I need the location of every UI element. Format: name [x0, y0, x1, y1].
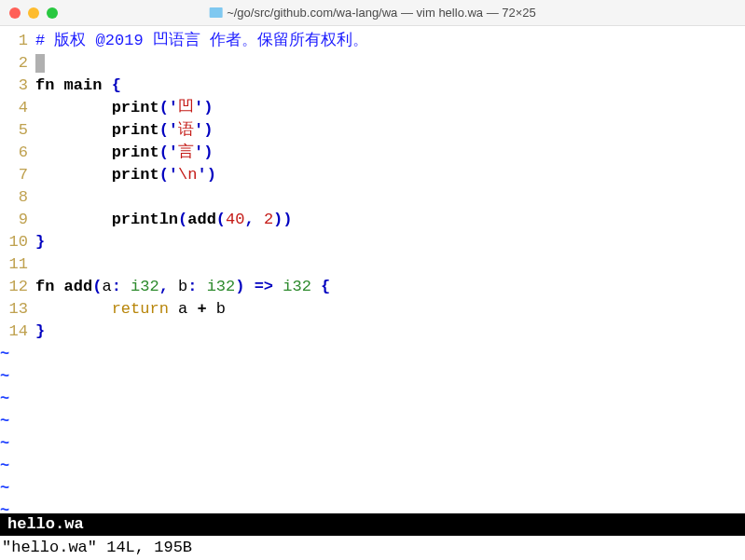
empty-lines: ~ ~ ~ ~ ~ ~ ~ ~	[0, 343, 745, 513]
line-number: 6	[0, 142, 35, 164]
line-number: 11	[0, 253, 35, 276]
minimize-icon[interactable]	[28, 7, 39, 19]
line-number: 9	[0, 209, 35, 231]
command-line[interactable]: "hello.wa" 14L, 195B	[0, 536, 745, 560]
code-line: 3 fn main {	[0, 75, 745, 97]
status-filename: hello.wa	[7, 515, 84, 533]
code-line: 7 print('\n')	[0, 164, 745, 186]
line-number: 5	[0, 119, 35, 142]
line-number: 8	[0, 186, 35, 209]
code-line: 12 fn add(a: i32, b: i32) => i32 {	[0, 276, 745, 298]
comment-text: # 版权 @2019 凹语言 作者。保留所有权利。	[35, 32, 368, 49]
line-number: 13	[0, 298, 35, 321]
line-number: 4	[0, 97, 35, 119]
code-line: 14 }	[0, 321, 745, 343]
line-number: 10	[0, 231, 35, 253]
close-icon[interactable]	[9, 7, 21, 19]
code-line: 6 print('言')	[0, 142, 745, 164]
code-line: 5 print('语')	[0, 119, 745, 142]
code-line: 13 return a + b	[0, 298, 745, 321]
line-number: 7	[0, 164, 35, 186]
cmdline-text: "hello.wa" 14L, 195B	[2, 539, 192, 556]
code-line: 10 }	[0, 231, 745, 253]
window-controls	[9, 7, 58, 19]
line-number: 1	[0, 30, 35, 52]
maximize-icon[interactable]	[47, 7, 58, 19]
code-line: 8	[0, 186, 745, 209]
line-number: 14	[0, 321, 35, 343]
folder-icon	[209, 7, 222, 18]
code-line: 4 print('凹')	[0, 97, 745, 119]
cursor	[35, 54, 45, 73]
code-line: 2	[0, 52, 745, 75]
line-number: 12	[0, 276, 35, 298]
status-bar: hello.wa	[0, 513, 745, 536]
line-number: 3	[0, 75, 35, 97]
editor-area[interactable]: 1 # 版权 @2019 凹语言 作者。保留所有权利。 2 3 fn main …	[0, 26, 745, 513]
window-title: ~/go/src/github.com/wa-lang/wa — vim hel…	[209, 6, 536, 20]
window-titlebar: ~/go/src/github.com/wa-lang/wa — vim hel…	[0, 0, 745, 26]
code-line: 1 # 版权 @2019 凹语言 作者。保留所有权利。	[0, 30, 745, 52]
code-line: 11	[0, 253, 745, 276]
line-number: 2	[0, 52, 35, 75]
code-line: 9 println(add(40, 2))	[0, 209, 745, 231]
title-label: ~/go/src/github.com/wa-lang/wa — vim hel…	[227, 6, 536, 20]
